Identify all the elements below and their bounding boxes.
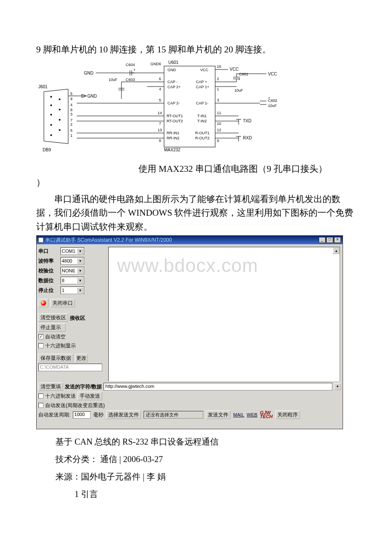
- svg-text:MAX232: MAX232: [164, 147, 181, 152]
- manual-send-button[interactable]: 手动发送: [78, 392, 102, 400]
- svg-text:4: 4: [70, 103, 72, 107]
- article-title: 基于 CAN 总线的 RS-232 串口设备远程通信: [36, 435, 356, 448]
- svg-text:C603: C603: [126, 78, 135, 82]
- auto-send-checkbox[interactable]: 自动发送(周期改变后重选): [38, 402, 105, 409]
- svg-text:VCC: VCC: [230, 67, 239, 72]
- svg-text:RR-IN2: RR-IN2: [167, 136, 179, 140]
- svg-text:2: 2: [70, 122, 72, 127]
- maximize-button[interactable]: □: [326, 237, 333, 243]
- circuit-diagram: .w { stroke:#000; stroke-width:1; fill:n…: [36, 58, 281, 154]
- scroll-up-button[interactable]: ▴: [333, 247, 340, 254]
- close-program-button[interactable]: 关闭程序: [275, 410, 300, 419]
- svg-point-8: [50, 114, 52, 116]
- svg-text:13: 13: [158, 128, 162, 132]
- port-select[interactable]: COM1: [61, 247, 84, 255]
- svg-text:4: 4: [159, 87, 161, 91]
- svg-text:6: 6: [159, 77, 161, 81]
- svg-text:C601: C601: [239, 72, 248, 76]
- svg-text:10uF: 10uF: [234, 88, 243, 92]
- article-block: 基于 CAN 总线的 RS-232 串口设备远程通信 技术分类： 通信 | 20…: [36, 435, 356, 501]
- paragraph-2: 串口通讯的硬件电路如上图所示为了能够在计算机端看到单片机发出的数据，我们必须借助…: [36, 192, 356, 234]
- auto-clear-checkbox[interactable]: 自动清空: [38, 333, 107, 341]
- send-file-button[interactable]: 发送文件: [206, 410, 231, 419]
- stop-display-button[interactable]: 停止显示: [38, 323, 66, 332]
- svg-text:1: 1: [217, 87, 219, 91]
- svg-point-10: [59, 119, 61, 121]
- minimize-button[interactable]: _: [319, 237, 326, 243]
- svg-point-0: [50, 96, 52, 98]
- svg-point-6: [59, 109, 61, 110]
- auto-period-label: 自动发送周期:: [38, 411, 70, 419]
- send-input[interactable]: http://www.gjwtech.com: [104, 383, 332, 390]
- hex-send-checkbox[interactable]: 十六进制发送: [38, 392, 76, 400]
- svg-point-16: [50, 134, 52, 136]
- auto-period-input[interactable]: 1000: [73, 411, 91, 419]
- checkbox-icon: [38, 343, 43, 348]
- article-source: 来源：国外电子元器件 | 李 娟: [36, 470, 356, 483]
- watermark-text: www.bdocx.com: [117, 255, 258, 276]
- svg-text:DB9: DB9: [43, 147, 51, 152]
- web-link[interactable]: WEB: [247, 412, 257, 417]
- svg-text:RT-OUT2: RT-OUT2: [167, 119, 183, 123]
- clear-rx-button[interactable]: 清空接收区: [38, 313, 68, 322]
- svg-text:14: 14: [158, 111, 162, 115]
- baud-select[interactable]: 4800: [61, 257, 84, 265]
- svg-text:5: 5: [159, 98, 161, 102]
- svg-text:10uF: 10uF: [109, 78, 118, 82]
- svg-text:12: 12: [217, 128, 221, 132]
- close-button[interactable]: ×: [334, 237, 341, 243]
- svg-text:T-IN1: T-IN1: [197, 114, 207, 118]
- svg-text:+: +: [238, 77, 240, 81]
- svg-text:CAP 2+: CAP 2+: [167, 85, 181, 89]
- svg-text:3: 3: [217, 98, 219, 102]
- parity-label: 校验位: [38, 267, 59, 275]
- svg-point-14: [59, 129, 61, 131]
- clear-fill-button[interactable]: 清空重填: [38, 382, 63, 391]
- scroll-up-small[interactable]: ▴: [334, 383, 341, 390]
- mail-link[interactable]: MAIL: [233, 413, 244, 417]
- change-button[interactable]: 更改: [75, 354, 88, 362]
- svg-text:CAP 1+: CAP 1+: [196, 85, 209, 89]
- parity-select[interactable]: NONE: [61, 267, 84, 275]
- svg-text:10uF: 10uF: [268, 104, 277, 108]
- svg-text:R-OUT2: R-OUT2: [195, 136, 210, 140]
- save-path-input[interactable]: C:\COMDATA: [38, 364, 102, 371]
- svg-text:TXD: TXD: [243, 119, 251, 123]
- save-data-button[interactable]: 保存显示数据: [38, 354, 73, 362]
- databits-select[interactable]: 8: [61, 277, 84, 284]
- svg-text:9: 9: [217, 139, 219, 143]
- svg-text:J601: J601: [38, 84, 48, 89]
- select-file-button[interactable]: 选择发送文件: [106, 410, 141, 419]
- svg-point-4: [50, 104, 52, 106]
- svg-text:GND: GND: [87, 94, 97, 98]
- svg-point-2: [59, 98, 61, 100]
- svg-text:5: 5: [70, 92, 72, 96]
- checkbox-icon: [38, 334, 43, 339]
- hex-display-checkbox[interactable]: 十六进制显示: [38, 342, 107, 350]
- app-icon: [38, 237, 43, 243]
- tech-logo: TECH: [260, 415, 273, 419]
- svg-text:1: 1: [70, 133, 72, 138]
- svg-text:10: 10: [217, 121, 221, 126]
- svg-text:8: 8: [70, 108, 72, 112]
- ms-label: 毫秒: [93, 411, 104, 419]
- svg-text:16: 16: [217, 64, 221, 69]
- article-category: 技术分类： 通信 | 2006-03-27: [36, 453, 356, 466]
- svg-text:2: 2: [217, 77, 219, 81]
- databits-label: 数据位: [38, 277, 59, 284]
- svg-text:CAP 2-: CAP 2-: [167, 101, 180, 105]
- port-label: 串口: [38, 248, 59, 255]
- port-status-indicator[interactable]: [38, 299, 49, 307]
- stopbits-select[interactable]: 1: [61, 286, 84, 294]
- svg-text:VCC: VCC: [268, 72, 277, 76]
- send-panel: 清空重填 发送的字符/数据 http://www.gjwtech.com ▴ 十…: [37, 381, 343, 420]
- close-port-button[interactable]: 关闭串口: [50, 299, 75, 307]
- svg-text:R-OUT1: R-OUT1: [195, 131, 210, 135]
- svg-text:+: +: [268, 96, 270, 100]
- svg-text:CAP +: CAP +: [196, 80, 207, 84]
- svg-text:RT-OUT1: RT-OUT1: [167, 114, 183, 118]
- svg-text:VCC: VCC: [200, 68, 209, 72]
- diagram-caption: 使用 MAX232 串口通信电路图（9 孔串口接头）: [36, 162, 356, 176]
- paragraph-1: 9 脚和单片机的 10 脚连接，第 15 脚和单片机的 20 脚连接。: [36, 43, 356, 57]
- red-dot-icon: [41, 301, 46, 306]
